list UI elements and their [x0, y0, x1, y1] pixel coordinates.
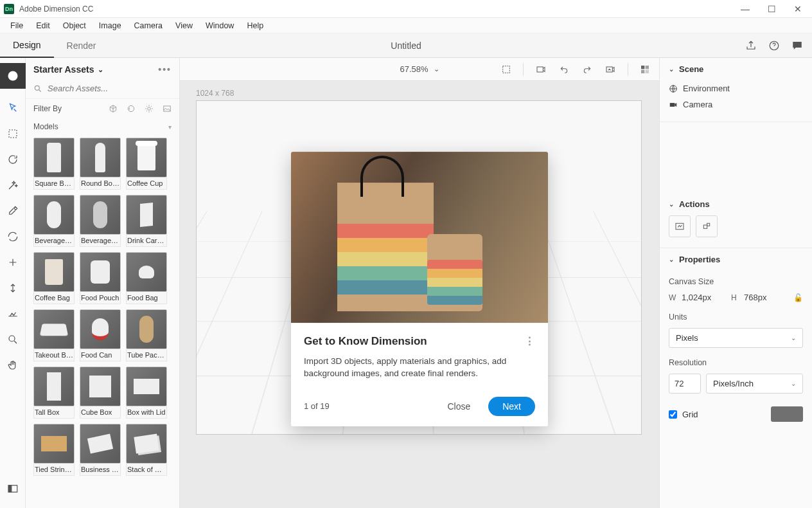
- asset-item[interactable]: Tall Box: [33, 367, 75, 419]
- help-icon[interactable]: [768, 40, 780, 51]
- asset-item[interactable]: Business Cards: [80, 424, 121, 476]
- chevron-down-icon: ⌄: [791, 380, 796, 387]
- menu-help[interactable]: Help: [240, 19, 270, 32]
- eyedropper-tool[interactable]: [0, 198, 26, 224]
- onboarding-text: Import 3D objects, apply materials and g…: [304, 356, 535, 380]
- asset-item[interactable]: Beverage Can: [80, 195, 121, 247]
- assets-panel: Starter Assets ⌄ ••• Filter By Models ▾ …: [26, 58, 180, 508]
- titlebar: Dn Adobe Dimension CC — ☐ ✕: [0, 0, 812, 18]
- camera-redo-icon[interactable]: [581, 64, 593, 75]
- chevron-down-icon[interactable]: ⌄: [98, 66, 103, 74]
- frame-all-icon[interactable]: [501, 64, 511, 75]
- window-close-button[interactable]: ✕: [794, 4, 802, 14]
- canvas-stage[interactable]: 1024 x 768 Get to Know Dimension ⋮ Impor…: [180, 81, 659, 508]
- actions-panel-header[interactable]: ⌄ Actions: [660, 193, 812, 215]
- camera-bookmark-icon[interactable]: [535, 64, 547, 75]
- asset-label: Food Can: [80, 349, 121, 361]
- chevron-down-icon[interactable]: ▾: [168, 123, 172, 131]
- group-label[interactable]: Models: [33, 122, 58, 131]
- filter-materials-icon[interactable]: [127, 104, 136, 113]
- onboarding-close-button[interactable]: Close: [436, 397, 482, 416]
- menu-window[interactable]: Window: [199, 19, 240, 32]
- asset-item[interactable]: Drink Carton: [126, 195, 167, 247]
- menu-edit[interactable]: Edit: [30, 19, 57, 32]
- resolution-unit-select[interactable]: Pixels/Inch ⌄: [706, 374, 803, 394]
- menu-file[interactable]: File: [4, 19, 30, 32]
- menu-camera[interactable]: Camera: [128, 19, 169, 32]
- search-input[interactable]: [48, 84, 172, 93]
- onboarding-next-button[interactable]: Next: [488, 397, 535, 416]
- actions-panel-title: Actions: [679, 199, 710, 209]
- magic-wand-tool[interactable]: [0, 172, 26, 198]
- filter-models-icon[interactable]: [109, 104, 118, 113]
- feedback-icon[interactable]: [791, 40, 803, 51]
- stage-dimensions-label: 1024 x 768: [196, 89, 234, 98]
- asset-label: Tube Packaging: [126, 349, 167, 361]
- select-tool[interactable]: [0, 95, 26, 121]
- properties-panel-title: Properties: [679, 255, 720, 264]
- scene-panel-header[interactable]: ⌄ Scene: [660, 58, 812, 80]
- width-value[interactable]: 1,024px: [682, 293, 727, 302]
- scene-panel-title: Scene: [679, 64, 703, 74]
- asset-item[interactable]: Round Bottle: [80, 138, 121, 190]
- menu-object[interactable]: Object: [57, 19, 93, 32]
- asset-item[interactable]: Tube Packaging: [126, 309, 167, 361]
- move-tool[interactable]: [0, 249, 26, 275]
- tab-render[interactable]: Render: [54, 34, 109, 57]
- height-value[interactable]: 768px: [744, 293, 790, 302]
- asset-item[interactable]: Coffee Cup: [126, 138, 167, 190]
- pan-tool[interactable]: [0, 352, 26, 378]
- camera-undo-icon[interactable]: [558, 64, 570, 75]
- filter-lights-icon[interactable]: [145, 104, 154, 113]
- horizon-tool[interactable]: [0, 301, 26, 327]
- scale-tool[interactable]: [0, 275, 26, 301]
- asset-item[interactable]: Box with Lid: [126, 367, 167, 419]
- scene-item-environment[interactable]: Environment: [669, 80, 803, 96]
- svg-rect-16: [646, 69, 649, 73]
- rotate-tool[interactable]: [0, 224, 26, 249]
- asset-item[interactable]: Coffee Bag: [33, 252, 75, 304]
- menu-image[interactable]: Image: [93, 19, 128, 32]
- share-icon[interactable]: [745, 40, 757, 51]
- asset-item[interactable]: Square Bottle: [33, 138, 75, 190]
- asset-item[interactable]: Tied String Box: [33, 424, 75, 476]
- properties-panel-header[interactable]: ⌄ Properties: [660, 248, 812, 271]
- resolution-value[interactable]: 72: [669, 374, 701, 394]
- zoom-dropdown[interactable]: 67.58% ⌄: [400, 64, 439, 74]
- asset-label: Square Bottle: [33, 177, 75, 190]
- window-maximize-button[interactable]: ☐: [768, 4, 776, 14]
- asset-item[interactable]: Food Bag: [126, 252, 167, 304]
- add-content-button[interactable]: [0, 63, 26, 89]
- asset-item[interactable]: Takeout Box: [33, 309, 75, 361]
- camera-home-icon[interactable]: [605, 64, 616, 75]
- units-select[interactable]: Pixels ⌄: [669, 328, 803, 348]
- chevron-down-icon: ⌄: [669, 66, 674, 73]
- menu-view[interactable]: View: [169, 19, 199, 32]
- assets-panel-title[interactable]: Starter Assets: [33, 64, 94, 75]
- layout-toggle-button[interactable]: [0, 476, 26, 502]
- svg-point-3: [9, 336, 15, 341]
- svg-rect-18: [670, 103, 675, 107]
- marquee-tool[interactable]: [0, 121, 26, 147]
- filter-images-icon[interactable]: [163, 104, 172, 113]
- asset-item[interactable]: Stack of Cards: [126, 424, 167, 476]
- globe-icon: [669, 84, 678, 93]
- orbit-tool[interactable]: [0, 147, 26, 172]
- assets-more-icon[interactable]: •••: [158, 64, 172, 75]
- zoom-tool[interactable]: [0, 327, 26, 352]
- scene-item-camera[interactable]: Camera: [669, 96, 803, 113]
- lock-icon[interactable]: 🔓: [793, 293, 803, 302]
- action-match-image-button[interactable]: [669, 215, 691, 237]
- asset-item[interactable]: Food Pouch: [80, 252, 121, 304]
- asset-item[interactable]: Beverage Can: [33, 195, 75, 247]
- render-preview-icon[interactable]: [640, 64, 650, 75]
- window-minimize-button[interactable]: —: [741, 4, 750, 14]
- asset-item[interactable]: Cube Box: [80, 367, 121, 419]
- onboarding-menu-icon[interactable]: ⋮: [524, 334, 535, 348]
- canvas-toolbar: 67.58% ⌄: [180, 58, 659, 81]
- action-align-button[interactable]: [696, 215, 718, 237]
- grid-checkbox[interactable]: [669, 410, 677, 419]
- asset-item[interactable]: Food Can: [80, 309, 121, 361]
- grid-color-swatch[interactable]: [771, 406, 803, 422]
- tab-design[interactable]: Design: [0, 33, 54, 58]
